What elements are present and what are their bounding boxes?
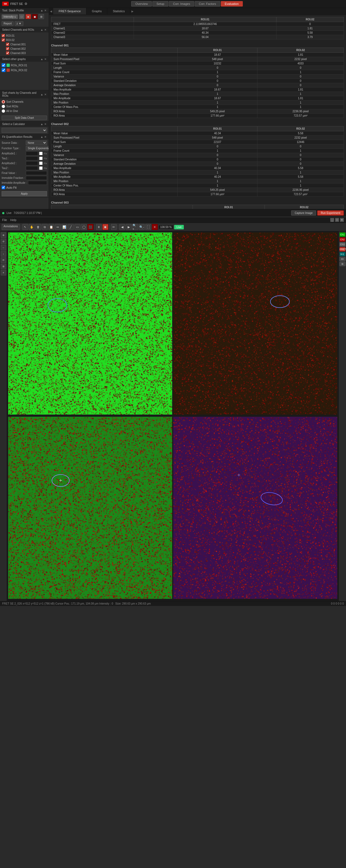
tau1-input[interactable]: 0 bbox=[26, 156, 38, 160]
graph1-checkbox[interactable] bbox=[2, 63, 5, 67]
tx1-btn[interactable]: t×1 bbox=[340, 252, 345, 256]
function-dropdown[interactable]: Single Exponential bbox=[26, 146, 49, 151]
ch2-btn[interactable]: Ch2 bbox=[340, 237, 345, 242]
tab-setup[interactable]: Setup bbox=[152, 1, 168, 6]
tab-scroll-right[interactable]: ▶ bbox=[130, 8, 135, 14]
pointer-tool[interactable]: ↖ bbox=[22, 224, 28, 230]
ch3-btn[interactable]: Ch3 bbox=[340, 242, 345, 247]
side-tool-5[interactable]: ⟳ bbox=[1, 257, 6, 263]
ch-close-icon[interactable]: ✕ bbox=[44, 28, 46, 31]
calculator-dropdown[interactable] bbox=[2, 128, 47, 133]
zoom-in[interactable]: 🔍+ bbox=[132, 224, 138, 230]
apply-btn[interactable]: Apply bbox=[2, 191, 47, 196]
image-cell-br[interactable] bbox=[173, 417, 337, 599]
ch002-checkbox[interactable] bbox=[6, 47, 9, 50]
channels-section-header[interactable]: Select Channels and ROIs ▲ ✕ bbox=[0, 27, 48, 32]
amplitude2-fix[interactable] bbox=[39, 161, 43, 165]
window-close-btn[interactable]: ✕ bbox=[340, 218, 344, 222]
side-tool-7[interactable]: ≡ bbox=[1, 270, 6, 275]
prev-frame[interactable]: ◀ bbox=[119, 224, 125, 230]
record-tool[interactable]: ⏺ bbox=[102, 224, 108, 230]
tool-icon-4[interactable]: ⊞ bbox=[39, 14, 44, 19]
intensity-btn[interactable]: Intensity ≤ bbox=[2, 14, 18, 19]
autofit-checkbox[interactable] bbox=[2, 186, 5, 189]
tool-icon-2[interactable]: ■ bbox=[26, 14, 31, 19]
tool-icon-3[interactable]: ◼ bbox=[32, 14, 37, 19]
image-cell-tl[interactable] bbox=[8, 232, 172, 414]
copy-tool[interactable]: ⧉ bbox=[42, 224, 48, 230]
roi02-checkbox[interactable] bbox=[2, 38, 5, 41]
pan-tool[interactable]: ✋ bbox=[29, 224, 35, 230]
sort-rois-radio[interactable] bbox=[2, 105, 5, 108]
tau1-fix[interactable] bbox=[39, 157, 43, 160]
side-tool-3[interactable]: ↔ bbox=[1, 245, 6, 250]
settings-icon[interactable]: ⚙ bbox=[25, 2, 27, 6]
menu-help[interactable]: Help bbox=[10, 218, 16, 222]
tab-fret-sequence[interactable]: FRET-Sequence bbox=[53, 8, 86, 14]
tool-section-header[interactable]: Tool: Stack Profile ▲ ✕ bbox=[0, 8, 48, 13]
ch-expand-icon[interactable]: ▲ bbox=[40, 28, 43, 31]
pause-tool[interactable]: ⏸ bbox=[96, 224, 102, 230]
final-input[interactable]: 0 bbox=[26, 171, 47, 175]
ch003-checkbox[interactable] bbox=[6, 51, 9, 55]
tab-corr-images[interactable]: Corr. Images bbox=[169, 1, 194, 6]
minimize-btn[interactable]: _ bbox=[330, 218, 334, 222]
graphs-close-icon[interactable]: ✕ bbox=[44, 58, 46, 61]
live-view-btn[interactable]: Live bbox=[174, 225, 184, 229]
tab-corr-factors[interactable]: Corr. Factors bbox=[195, 1, 220, 6]
dimension-btn[interactable]: z ▼ bbox=[15, 21, 23, 26]
tab-statistics[interactable]: Statistics bbox=[107, 8, 130, 14]
image-cell-tr[interactable] bbox=[173, 232, 337, 414]
amplitude1-input[interactable]: 0 bbox=[26, 151, 38, 155]
ch1-btn[interactable]: Ch1 bbox=[340, 232, 345, 237]
tab-evaluation[interactable]: Evaluation bbox=[221, 1, 243, 6]
fit-expand-icon[interactable]: ▲ bbox=[40, 135, 43, 138]
grid-btn[interactable]: ⊞ bbox=[340, 262, 345, 266]
graph2-checkbox[interactable] bbox=[2, 68, 5, 72]
amplitude1-fix[interactable] bbox=[39, 152, 43, 155]
run-btn[interactable]: Run Experiment bbox=[317, 210, 344, 216]
tab-overview[interactable]: Overview bbox=[131, 1, 152, 6]
paste-tool[interactable]: 📋 bbox=[48, 224, 54, 230]
maximize-btn[interactable]: □ bbox=[335, 218, 339, 222]
sort-expand-icon[interactable]: ▲ bbox=[40, 93, 43, 96]
side-tool-4[interactable]: ↕ bbox=[1, 251, 6, 257]
side-tool-2[interactable]: ⊖ bbox=[1, 239, 6, 244]
source-dropdown[interactable]: None bbox=[26, 141, 47, 145]
tau2-fix[interactable] bbox=[39, 166, 43, 170]
sort-section-header[interactable]: Sort charts by Channels and ROIs ▲ ✕ bbox=[0, 90, 48, 98]
menu-file[interactable]: File bbox=[2, 218, 7, 222]
3d-btn[interactable]: 3D bbox=[340, 257, 345, 261]
rect-tool[interactable]: ▭ bbox=[74, 224, 80, 230]
calc-expand-icon[interactable]: ▲ bbox=[40, 123, 43, 126]
tab-graphs[interactable]: Graphs bbox=[86, 8, 107, 14]
report-btn[interactable]: Report bbox=[2, 21, 13, 26]
capture-btn[interactable]: Capture Image bbox=[291, 210, 316, 216]
sort-close-icon[interactable]: ✕ bbox=[44, 93, 46, 96]
annotations-btn[interactable]: Annotations bbox=[2, 224, 20, 230]
fit-view[interactable]: ⛶ bbox=[145, 224, 151, 230]
calc-close-icon[interactable]: ✕ bbox=[44, 123, 46, 126]
draw-tool[interactable]: ✏ bbox=[111, 224, 117, 230]
ellipse-tool[interactable]: ◯ bbox=[81, 224, 87, 230]
tau2-input[interactable]: 0 bbox=[26, 166, 38, 170]
fit-section-header[interactable]: Fit Quantification Results ▲ ✕ bbox=[0, 134, 48, 140]
line-tool[interactable]: ╱ bbox=[68, 224, 74, 230]
amplitude2-input[interactable]: 0 bbox=[26, 161, 38, 165]
fill-tool[interactable]: ⬛ bbox=[88, 224, 94, 230]
split-data-btn[interactable]: Split Data Chart bbox=[2, 116, 47, 120]
graphs-expand-icon[interactable]: ▲ bbox=[40, 58, 43, 61]
side-tool-1[interactable]: ⊕ bbox=[1, 232, 6, 238]
expand-icon[interactable]: ▲ bbox=[40, 9, 43, 12]
graphs-section-header[interactable]: Select other graphs ▲ ✕ bbox=[0, 57, 48, 62]
chart-tool[interactable]: 📊 bbox=[61, 224, 67, 230]
sort-channels-radio[interactable] bbox=[2, 100, 5, 103]
side-tool-6[interactable]: ⊞ bbox=[1, 264, 6, 269]
immobile-frac-input[interactable]: 0 bbox=[26, 176, 47, 180]
danger-tool[interactable]: ✕ bbox=[152, 224, 158, 230]
flip-h-tool[interactable]: ⇔ bbox=[55, 224, 61, 230]
immobile-amp-input[interactable]: 0 bbox=[28, 181, 47, 185]
tool-icon-1[interactable]: □ bbox=[19, 14, 25, 19]
calculator-section-header[interactable]: Select a Calculator ▲ ✕ bbox=[0, 122, 48, 127]
sort-all-radio[interactable] bbox=[2, 109, 5, 113]
